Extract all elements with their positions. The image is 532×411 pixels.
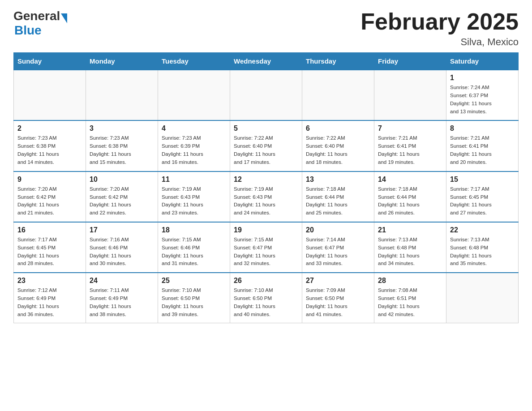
calendar-cell: 24Sunrise: 7:11 AMSunset: 6:49 PMDayligh… — [86, 273, 158, 323]
day-info: Sunrise: 7:10 AMSunset: 6:50 PMDaylight:… — [162, 287, 226, 318]
day-info: Sunrise: 7:17 AMSunset: 6:45 PMDaylight:… — [450, 185, 515, 217]
calendar-cell: 18Sunrise: 7:15 AMSunset: 6:46 PMDayligh… — [158, 222, 230, 273]
weekday-header-saturday: Saturday — [446, 53, 519, 70]
calendar-cell: 2Sunrise: 7:23 AMSunset: 6:38 PMDaylight… — [14, 120, 86, 171]
day-number: 26 — [234, 277, 298, 285]
day-number: 9 — [17, 176, 82, 184]
logo-blue-text: Blue — [14, 23, 42, 38]
calendar-cell: 10Sunrise: 7:20 AMSunset: 6:42 PMDayligh… — [86, 171, 158, 222]
day-info: Sunrise: 7:20 AMSunset: 6:42 PMDaylight:… — [90, 185, 154, 217]
calendar-cell: 19Sunrise: 7:15 AMSunset: 6:47 PMDayligh… — [230, 222, 302, 273]
calendar-week-row: 9Sunrise: 7:20 AMSunset: 6:42 PMDaylight… — [14, 171, 519, 222]
calendar-cell: 5Sunrise: 7:22 AMSunset: 6:40 PMDaylight… — [230, 120, 302, 171]
logo-arrow-icon — [61, 13, 67, 23]
calendar-cell: 14Sunrise: 7:18 AMSunset: 6:44 PMDayligh… — [374, 171, 446, 222]
calendar-cell: 21Sunrise: 7:13 AMSunset: 6:48 PMDayligh… — [374, 222, 446, 273]
day-info: Sunrise: 7:13 AMSunset: 6:48 PMDaylight:… — [450, 236, 515, 268]
calendar-week-row: 23Sunrise: 7:12 AMSunset: 6:49 PMDayligh… — [14, 273, 519, 323]
day-number: 16 — [17, 226, 82, 234]
day-number: 14 — [378, 176, 442, 184]
day-number: 15 — [450, 176, 515, 184]
day-number: 25 — [162, 277, 226, 285]
calendar-table: SundayMondayTuesdayWednesdayThursdayFrid… — [13, 52, 519, 323]
weekday-header-row: SundayMondayTuesdayWednesdayThursdayFrid… — [14, 53, 519, 70]
day-number: 6 — [306, 124, 370, 133]
day-number: 10 — [90, 176, 154, 184]
day-number: 17 — [90, 226, 154, 234]
calendar-cell — [374, 70, 446, 120]
day-number: 13 — [306, 176, 370, 184]
day-info: Sunrise: 7:23 AMSunset: 6:38 PMDaylight:… — [17, 134, 82, 166]
day-number: 5 — [234, 124, 298, 133]
calendar-cell: 8Sunrise: 7:21 AMSunset: 6:41 PMDaylight… — [446, 120, 519, 171]
calendar-cell: 1Sunrise: 7:24 AMSunset: 6:37 PMDaylight… — [446, 70, 519, 120]
day-info: Sunrise: 7:14 AMSunset: 6:47 PMDaylight:… — [306, 236, 370, 268]
calendar-cell — [14, 70, 86, 120]
day-info: Sunrise: 7:24 AMSunset: 6:37 PMDaylight:… — [450, 84, 515, 116]
day-info: Sunrise: 7:23 AMSunset: 6:39 PMDaylight:… — [162, 134, 226, 166]
calendar-cell — [230, 70, 302, 120]
calendar-subtitle: Silva, Mexico — [360, 36, 519, 48]
calendar-week-row: 16Sunrise: 7:17 AMSunset: 6:45 PMDayligh… — [14, 222, 519, 273]
day-info: Sunrise: 7:13 AMSunset: 6:48 PMDaylight:… — [378, 236, 442, 268]
calendar-cell: 16Sunrise: 7:17 AMSunset: 6:45 PMDayligh… — [14, 222, 86, 273]
calendar-cell — [302, 70, 374, 120]
day-number: 24 — [90, 277, 154, 285]
calendar-cell: 9Sunrise: 7:20 AMSunset: 6:42 PMDaylight… — [14, 171, 86, 222]
weekday-header-friday: Friday — [374, 53, 446, 70]
weekday-header-sunday: Sunday — [14, 53, 86, 70]
calendar-cell: 22Sunrise: 7:13 AMSunset: 6:48 PMDayligh… — [446, 222, 519, 273]
calendar-cell: 17Sunrise: 7:16 AMSunset: 6:46 PMDayligh… — [86, 222, 158, 273]
weekday-header-thursday: Thursday — [302, 53, 374, 70]
day-number: 20 — [306, 226, 370, 234]
day-number: 19 — [234, 226, 298, 234]
day-number: 18 — [162, 226, 226, 234]
logo-general-text: General — [13, 9, 60, 23]
calendar-cell: 3Sunrise: 7:23 AMSunset: 6:38 PMDaylight… — [86, 120, 158, 171]
day-info: Sunrise: 7:22 AMSunset: 6:40 PMDaylight:… — [306, 134, 370, 166]
weekday-header-tuesday: Tuesday — [158, 53, 230, 70]
day-info: Sunrise: 7:19 AMSunset: 6:43 PMDaylight:… — [234, 185, 298, 217]
calendar-cell: 12Sunrise: 7:19 AMSunset: 6:43 PMDayligh… — [230, 171, 302, 222]
calendar-week-row: 1Sunrise: 7:24 AMSunset: 6:37 PMDaylight… — [14, 70, 519, 120]
day-number: 27 — [306, 277, 370, 285]
calendar-cell: 6Sunrise: 7:22 AMSunset: 6:40 PMDaylight… — [302, 120, 374, 171]
calendar-cell: 15Sunrise: 7:17 AMSunset: 6:45 PMDayligh… — [446, 171, 519, 222]
calendar-week-row: 2Sunrise: 7:23 AMSunset: 6:38 PMDaylight… — [14, 120, 519, 171]
weekday-header-monday: Monday — [86, 53, 158, 70]
calendar-cell: 26Sunrise: 7:10 AMSunset: 6:50 PMDayligh… — [230, 273, 302, 323]
logo: General Blue — [13, 9, 67, 38]
day-number: 11 — [162, 176, 226, 184]
day-number: 23 — [17, 277, 82, 285]
day-number: 12 — [234, 176, 298, 184]
title-block: February 2025 Silva, Mexico — [360, 9, 519, 48]
day-number: 28 — [378, 277, 442, 285]
calendar-cell: 4Sunrise: 7:23 AMSunset: 6:39 PMDaylight… — [158, 120, 230, 171]
day-info: Sunrise: 7:12 AMSunset: 6:49 PMDaylight:… — [17, 287, 82, 318]
day-info: Sunrise: 7:18 AMSunset: 6:44 PMDaylight:… — [378, 185, 442, 217]
calendar-cell: 23Sunrise: 7:12 AMSunset: 6:49 PMDayligh… — [14, 273, 86, 323]
day-info: Sunrise: 7:11 AMSunset: 6:49 PMDaylight:… — [90, 287, 154, 318]
day-info: Sunrise: 7:10 AMSunset: 6:50 PMDaylight:… — [234, 287, 298, 318]
day-number: 2 — [17, 124, 82, 133]
day-number: 21 — [378, 226, 442, 234]
day-info: Sunrise: 7:21 AMSunset: 6:41 PMDaylight:… — [378, 134, 442, 166]
day-number: 8 — [450, 124, 515, 133]
day-info: Sunrise: 7:16 AMSunset: 6:46 PMDaylight:… — [90, 236, 154, 268]
day-info: Sunrise: 7:15 AMSunset: 6:46 PMDaylight:… — [162, 236, 226, 268]
day-info: Sunrise: 7:08 AMSunset: 6:51 PMDaylight:… — [378, 287, 442, 318]
calendar-cell: 11Sunrise: 7:19 AMSunset: 6:43 PMDayligh… — [158, 171, 230, 222]
day-info: Sunrise: 7:18 AMSunset: 6:44 PMDaylight:… — [306, 185, 370, 217]
calendar-cell: 20Sunrise: 7:14 AMSunset: 6:47 PMDayligh… — [302, 222, 374, 273]
calendar-cell: 13Sunrise: 7:18 AMSunset: 6:44 PMDayligh… — [302, 171, 374, 222]
day-info: Sunrise: 7:23 AMSunset: 6:38 PMDaylight:… — [90, 134, 154, 166]
day-info: Sunrise: 7:21 AMSunset: 6:41 PMDaylight:… — [450, 134, 515, 166]
calendar-cell: 28Sunrise: 7:08 AMSunset: 6:51 PMDayligh… — [374, 273, 446, 323]
calendar-cell — [158, 70, 230, 120]
day-info: Sunrise: 7:22 AMSunset: 6:40 PMDaylight:… — [234, 134, 298, 166]
weekday-header-wednesday: Wednesday — [230, 53, 302, 70]
calendar-cell: 7Sunrise: 7:21 AMSunset: 6:41 PMDaylight… — [374, 120, 446, 171]
day-number: 4 — [162, 124, 226, 133]
calendar-title: February 2025 — [360, 9, 519, 34]
day-number: 1 — [450, 74, 515, 82]
